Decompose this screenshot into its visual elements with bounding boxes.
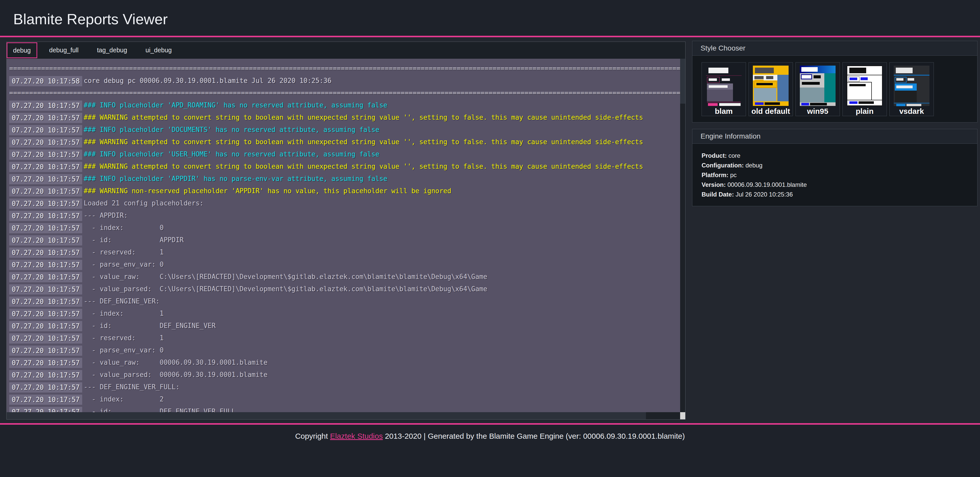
log-row: 07.27.20 10:17:57 - parse_env_var: 0: [6, 344, 680, 356]
log-row: ========================================…: [6, 87, 680, 99]
timestamp: 07.27.20 10:17:57: [9, 297, 82, 307]
log-row: 07.27.20 10:17:57--- DEF_ENGINE_VER:: [6, 295, 680, 307]
style-tile-win95[interactable]: win95: [795, 62, 840, 116]
timestamp: 07.27.20 10:17:57: [9, 370, 82, 380]
engine-info-value: 00006.09.30.19.0001.blamite: [727, 181, 807, 188]
engine-info-label: Product:: [702, 152, 727, 159]
copyright-pre: Copyright: [295, 432, 330, 440]
w95-bbar1-shape: [801, 103, 809, 105]
w95-tab2-shape: [814, 75, 821, 78]
vertical-scrollbar[interactable]: [680, 59, 685, 411]
pl-hr1-shape: [847, 75, 882, 75]
log-message: - value_parsed: 00006.09.30.19.0001.blam…: [84, 371, 267, 378]
horizontal-scrollbar[interactable]: [6, 412, 680, 419]
timestamp: 07.27.20 10:17:57: [9, 248, 82, 258]
timestamp: 07.27.20 10:17:57: [9, 137, 82, 148]
engine-info-label: Configuration:: [702, 162, 744, 169]
timestamp: 07.27.20 10:17:58: [9, 76, 82, 86]
log-message: ### WARNING attempted to convert string …: [84, 138, 643, 146]
log-row: 07.27.20 10:17:57--- DEF_ENGINE_VER_FULL…: [6, 381, 680, 393]
w95-content-shape: [800, 87, 824, 102]
timestamp: 07.27.20 10:17:57: [9, 284, 82, 294]
vs-title-shape: [896, 68, 913, 73]
engine-info-label: Build Date:: [702, 191, 734, 198]
log-row: 07.27.20 10:17:57 - index: 1: [6, 307, 680, 320]
engine-info-value: debug: [746, 162, 762, 169]
timestamp: 07.27.20 10:17:57: [9, 260, 82, 270]
log-row: 07.27.20 10:17:57 - reserved: 1: [6, 246, 680, 258]
log-row: 07.27.20 10:17:57### INFO placeholder 'D…: [6, 124, 680, 136]
od-bbar2-shape: [765, 102, 780, 105]
log-message: - id: APPDIR: [84, 236, 183, 244]
log-row: 07.27.20 10:17:57### WARNING attempted t…: [6, 160, 680, 173]
w95-hdrbar-shape: [802, 82, 820, 85]
engine-info-value: core: [729, 152, 740, 159]
pl-vline-shape: [871, 82, 872, 100]
style-chooser-title: Style Chooser: [692, 41, 977, 56]
log-message: - value_raw: C:\Users\[REDACTED]\Develop…: [84, 273, 487, 280]
bl-tabbar2-shape: [722, 78, 730, 81]
log-row: 07.27.20 10:17:57 - index: 0: [6, 221, 680, 234]
pl-tabbar-shape: [850, 78, 857, 80]
style-thumbnail-vsdark: [894, 65, 929, 106]
engine-info-fields: Product: coreConfiguration: debugPlatfor…: [692, 144, 977, 206]
vs-tabbar1-shape: [896, 78, 904, 81]
style-thumbnail-old-default: [753, 65, 789, 106]
pl-tab2-shape: [861, 77, 868, 80]
horizontal-scrollbar-thumb[interactable]: [6, 412, 646, 419]
log-row: 07.27.20 10:17:57### WARNING non-reserve…: [6, 185, 680, 197]
tab-ui_debug[interactable]: ui_debug: [140, 42, 177, 58]
timestamp: 07.27.20 10:17:57: [9, 162, 82, 172]
engine-info-label: Version:: [702, 181, 726, 188]
style-tile-old-default[interactable]: old default: [749, 62, 793, 116]
w95-titlebar-shape: [801, 67, 818, 72]
timestamp: 07.27.20 10:17:57: [9, 149, 82, 160]
log-message: - parse_env_var: 0: [84, 346, 164, 354]
pl-hr2-shape: [847, 82, 872, 83]
engine-info-row: Platform: pc: [702, 170, 977, 180]
copyright-post: 2013-2020 | Generated by the Blamite Gam…: [383, 432, 685, 440]
od-title-shape: [755, 68, 774, 73]
timestamp: 07.27.20 10:17:57: [9, 113, 82, 123]
od-rightcol-shape: [777, 75, 789, 101]
log-message: - parse_env_var: 0: [84, 261, 164, 268]
timestamp: 07.27.20 10:17:57: [9, 394, 82, 405]
log-output[interactable]: ========================================…: [6, 59, 680, 415]
od-hdrbar-shape: [756, 83, 773, 85]
style-tile-plain[interactable]: plain: [842, 62, 887, 116]
style-thumbnail-plain: [847, 65, 883, 106]
bl-foot1-shape: [708, 103, 718, 106]
bl-hr1-shape: [706, 75, 741, 76]
log-message: Loaded 21 config placeholders:: [84, 199, 204, 207]
tab-tag_debug[interactable]: tag_debug: [91, 42, 133, 58]
elaztek-studios-link[interactable]: Elaztek Studios: [330, 432, 383, 440]
bl-hr2-shape: [707, 102, 741, 102]
log-message: ### INFO placeholder 'USER_HOME' has no …: [84, 150, 379, 158]
scrollbar-corner: [680, 412, 685, 419]
timestamp: 07.27.20 10:17:57: [9, 235, 82, 245]
engine-info-value: Jul 26 2020 10:25:36: [735, 191, 793, 198]
log-row: 07.27.20 10:17:57 - value_raw: C:\Users\…: [6, 270, 680, 283]
vertical-scrollbar-thumb[interactable]: [680, 59, 685, 103]
log-row: 07.27.20 10:17:57 - value_parsed: C:\Use…: [6, 283, 680, 295]
vs-tabbar2-shape: [907, 78, 914, 81]
log-message: - index: 2: [84, 395, 164, 403]
style-tile-blam[interactable]: blam: [702, 62, 746, 116]
vs-content-shape: [895, 91, 917, 102]
timestamp: 07.27.20 10:17:57: [9, 174, 82, 184]
log-row: 07.27.20 10:17:57### INFO placeholder 'U…: [6, 148, 680, 160]
tab-debug[interactable]: debug: [6, 42, 37, 58]
style-tile-vsdark[interactable]: vsdark: [889, 62, 934, 116]
log-message: --- DEF_ENGINE_VER_FULL:: [84, 383, 180, 391]
log-message: ### INFO placeholder 'APD_ROAMING' has n…: [84, 101, 387, 109]
style-label-plain: plain: [856, 107, 873, 116]
tab-debug_full[interactable]: debug_full: [44, 42, 84, 58]
od-tab2-shape: [766, 76, 773, 79]
sidebar: Style Chooser blamold defaultwin95plainv…: [692, 41, 977, 213]
style-label-old-default: old default: [751, 107, 790, 116]
page-title: Blamite Reports Viewer: [13, 0, 168, 36]
timestamp: 07.27.20 10:17:57: [9, 358, 82, 368]
style-thumbnail-blam: [706, 65, 741, 106]
log-message: --- DEF_ENGINE_VER:: [84, 297, 159, 305]
vs-bbar1-shape: [896, 104, 905, 106]
